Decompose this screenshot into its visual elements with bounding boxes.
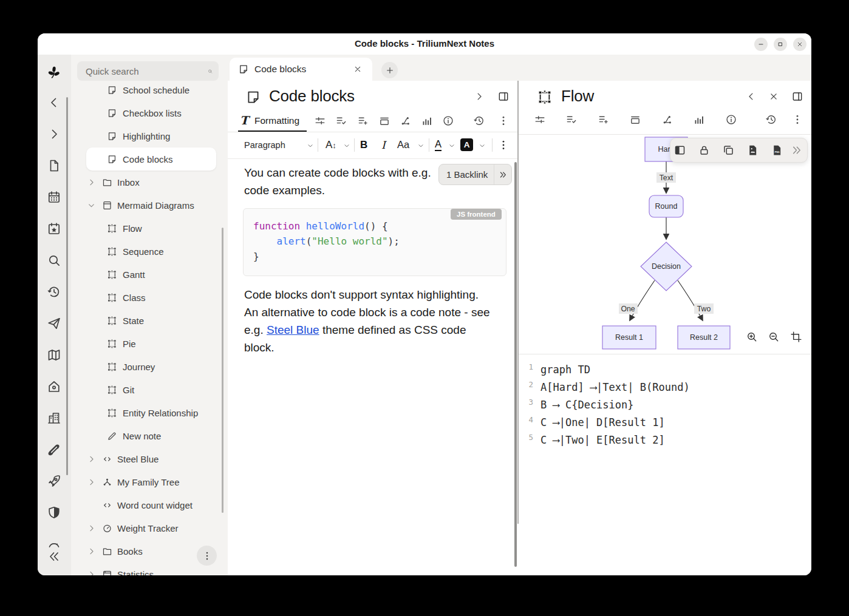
tree-item-gantt[interactable]: Gantt: [86, 263, 216, 286]
launcher-rocket-icon[interactable]: [47, 474, 61, 489]
chevron-right-icon[interactable]: [87, 455, 96, 464]
launcher-logo-icon[interactable]: [47, 66, 61, 80]
toolbar-more-icon[interactable]: [497, 139, 510, 151]
bold-button[interactable]: B: [360, 139, 367, 151]
tree-item-books[interactable]: Books: [86, 540, 216, 563]
tree-item-inbox[interactable]: Inbox: [86, 171, 216, 194]
ribbon-note-info-icon[interactable]: [442, 115, 454, 127]
tree-item-school-schedule[interactable]: School schedule: [86, 78, 216, 101]
editor-line[interactable]: 5C ⟶|Two| E[Result 2]: [520, 431, 810, 448]
new-tab-button[interactable]: [381, 62, 398, 78]
export-png-icon[interactable]: PNG: [771, 144, 783, 157]
chevron-right-icon[interactable]: [87, 178, 96, 187]
tree-item-highlighting[interactable]: Highlighting: [86, 124, 216, 147]
close-button[interactable]: [793, 38, 806, 51]
paragraph-text[interactable]: code examples.: [244, 184, 325, 197]
tree-scrollbar[interactable]: [222, 228, 223, 513]
launcher-scrollbar[interactable]: [66, 97, 68, 475]
editor-line[interactable]: 2A[Hard] ⟶|Text| B(Round): [520, 378, 810, 396]
lock-icon[interactable]: [698, 144, 711, 157]
font-size-button[interactable]: A↕: [326, 139, 336, 151]
chevrons-right-icon[interactable]: [790, 144, 803, 157]
right-note-title[interactable]: Flow: [561, 87, 594, 106]
ribbon-basic-properties-icon[interactable]: [335, 115, 347, 127]
chevron-right-icon[interactable]: [87, 524, 96, 533]
paragraph-text[interactable]: block.: [244, 341, 274, 354]
ribbon-similar-notes-icon[interactable]: [400, 115, 412, 127]
chevron-right-icon[interactable]: [87, 478, 96, 487]
launcher-calendar-icon[interactable]: [47, 190, 61, 205]
paragraph-text[interactable]: Code blocks don't support syntax highlig…: [244, 288, 479, 302]
code-line[interactable]: alert("Hello world");: [253, 235, 400, 247]
launcher-map-icon[interactable]: [47, 348, 61, 362]
tree-item-my-family-tree[interactable]: My Family Tree: [86, 470, 216, 493]
zoom-in-icon[interactable]: [746, 331, 758, 343]
close-pane-icon[interactable]: [768, 91, 779, 102]
maximize-button[interactable]: [774, 38, 787, 51]
tree-item-new-note[interactable]: New note: [86, 424, 216, 447]
chevron-right-icon[interactable]: [87, 570, 96, 576]
ribbon-owned-attributes-icon[interactable]: [598, 113, 610, 126]
editor-line[interactable]: 1graph TD: [520, 360, 810, 378]
text-case-button[interactable]: Aa: [397, 139, 409, 151]
tree-item-steel-blue[interactable]: Steel Blue: [86, 447, 216, 470]
crop-icon[interactable]: [790, 331, 802, 343]
launcher-chevrons-left-icon[interactable]: [47, 549, 61, 564]
steel-blue-link[interactable]: Steel Blue: [267, 323, 319, 336]
minimize-button[interactable]: [754, 38, 768, 51]
chevron-down-icon[interactable]: [87, 201, 96, 210]
tree-item-statistics[interactable]: Statistics: [86, 563, 216, 575]
launcher-building-icon[interactable]: [47, 411, 61, 425]
tab-code-blocks[interactable]: Code blocks: [230, 58, 372, 81]
code-line[interactable]: }: [253, 251, 259, 262]
editor-line[interactable]: 3B ⟶ C{Decision}: [520, 396, 810, 413]
ribbon-similar-notes-icon[interactable]: [661, 113, 673, 126]
ribbon-more-icon[interactable]: [791, 113, 803, 126]
tab-formatting[interactable]: Formatting: [254, 115, 299, 126]
ribbon-note-map-icon[interactable]: [421, 115, 433, 127]
ribbon-more-icon[interactable]: [497, 115, 510, 127]
launcher-chevron-left-icon[interactable]: [47, 95, 61, 110]
export-image-icon[interactable]: [746, 144, 759, 157]
launcher-send-icon[interactable]: [47, 316, 61, 331]
tree-item-code-blocks[interactable]: Code blocks: [86, 147, 216, 171]
launcher-calendar-star-icon[interactable]: [47, 222, 61, 236]
launcher-file-icon[interactable]: [47, 158, 61, 173]
ribbon-owned-attributes-icon[interactable]: [357, 115, 369, 127]
tree-item-checkbox-lists[interactable]: Checkbox lists: [86, 101, 216, 124]
backlink-button[interactable]: 1 Backlink: [438, 164, 512, 185]
ribbon-note-map-icon[interactable]: [693, 113, 705, 126]
chevrons-right-icon[interactable]: [494, 164, 511, 184]
font-color-button[interactable]: A: [435, 138, 442, 151]
tree-item-journey[interactable]: Journey: [86, 355, 216, 378]
ribbon-revisions-icon[interactable]: [473, 115, 485, 127]
mermaid-source-editor[interactable]: 1graph TD2A[Hard] ⟶|Text| B(Round)3B ⟶ C…: [520, 355, 810, 575]
chevron-right-icon[interactable]: [87, 547, 96, 556]
copy-icon[interactable]: [722, 144, 735, 157]
code-line[interactable]: function helloWorld() {: [253, 220, 388, 232]
tree-item-mermaid-diagrams[interactable]: Mermaid Diagrams: [86, 194, 216, 217]
bg-color-button[interactable]: A: [460, 138, 473, 151]
launcher-history-icon[interactable]: [47, 285, 61, 299]
chevron-left-icon[interactable]: [746, 91, 757, 102]
tree-more-button[interactable]: [197, 546, 217, 566]
zoom-out-icon[interactable]: [768, 331, 780, 343]
split-pane-icon[interactable]: [497, 90, 510, 103]
paragraph-text[interactable]: An alternative to code block is a code n…: [244, 306, 490, 319]
paragraph-text[interactable]: You can create code blocks with e.g.: [244, 166, 431, 180]
expand-ribbon-icon[interactable]: [474, 91, 485, 102]
launcher-home-icon[interactable]: [47, 379, 61, 394]
tree-item-entity-relationship[interactable]: Entity Relationship: [86, 401, 216, 424]
note-title[interactable]: Code blocks: [269, 87, 355, 106]
tree-item-git[interactable]: Git: [86, 378, 216, 401]
tree-item-class[interactable]: Class: [86, 286, 216, 309]
search-input[interactable]: [84, 66, 208, 77]
ribbon-note-properties-icon[interactable]: [629, 113, 641, 126]
launcher-shield-icon[interactable]: [47, 506, 61, 520]
editor-line[interactable]: 4C ⟶|One| D[Result 1]: [520, 413, 810, 431]
tree-item-state[interactable]: State: [86, 309, 216, 332]
tree-item-weight-tracker[interactable]: Weight Tracker: [86, 516, 216, 540]
launcher-chevron-right-icon[interactable]: [47, 127, 61, 141]
ribbon-settings-icon[interactable]: [534, 113, 546, 126]
italic-button[interactable]: I: [381, 139, 386, 151]
